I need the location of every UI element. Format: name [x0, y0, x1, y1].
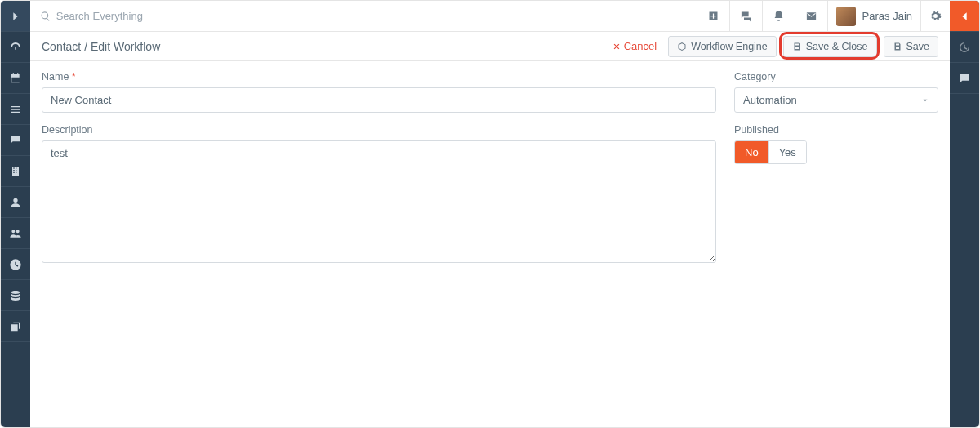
description-input[interactable]: test: [42, 140, 716, 263]
sidebar-users[interactable]: [1, 218, 30, 249]
main: Paras Jain Contact / Edit Workflow Cance…: [30, 1, 950, 427]
user-name: Paras Jain: [862, 10, 912, 22]
topbar-settings[interactable]: [920, 1, 950, 32]
calendar-icon: [9, 72, 22, 85]
right-sidebar-comments[interactable]: [950, 63, 979, 94]
workflow-engine-label: Workflow Engine: [691, 41, 768, 52]
save-close-label: Save & Close: [806, 41, 868, 52]
category-value: Automation: [743, 94, 797, 106]
sidebar-building[interactable]: [1, 156, 30, 187]
field-name: Name *: [42, 71, 716, 113]
copy-icon: [9, 320, 22, 333]
sidebar-dashboard[interactable]: [1, 32, 30, 63]
search-container: [30, 10, 697, 22]
name-input[interactable]: [42, 87, 716, 113]
subheader: Contact / Edit Workflow Cancel Workflow …: [30, 32, 950, 61]
action-bar: Cancel Workflow Engine Save & Close Save: [608, 36, 938, 57]
cube-icon: [677, 42, 687, 51]
category-select[interactable]: Automation: [734, 87, 938, 113]
search-icon: [40, 11, 51, 22]
topbar-user[interactable]: Paras Jain: [827, 1, 920, 32]
save-label: Save: [906, 41, 930, 52]
close-icon: [612, 42, 621, 51]
gear-icon: [929, 10, 942, 22]
field-category: Category Automation: [734, 71, 938, 113]
sidebar-left: [1, 1, 30, 427]
dashboard-icon: [9, 41, 22, 54]
published-toggle: No Yes: [734, 140, 807, 164]
published-no[interactable]: No: [735, 141, 768, 163]
sidebar-toggle[interactable]: [1, 1, 30, 32]
right-sidebar-activity[interactable]: [950, 32, 979, 63]
sidebar-clock-check[interactable]: [1, 249, 30, 280]
building-icon: [9, 165, 22, 178]
sidebar-list[interactable]: [1, 94, 30, 125]
save-icon: [792, 42, 802, 51]
save-icon: [893, 42, 902, 51]
field-description: Description test: [42, 124, 716, 265]
plus-square-icon: [707, 10, 719, 22]
breadcrumb: Contact / Edit Workflow: [42, 40, 608, 53]
category-label: Category: [734, 71, 938, 82]
right-sidebar-toggle[interactable]: [950, 1, 979, 32]
topbar-add[interactable]: [697, 1, 729, 32]
mail-icon: [805, 10, 817, 22]
topbar-messages[interactable]: [729, 1, 762, 32]
sidebar-chat[interactable]: [1, 125, 30, 156]
chevron-down-icon: [921, 96, 929, 105]
name-label: Name *: [42, 71, 716, 82]
activity-clock-icon: [958, 41, 971, 54]
sidebar-calendar[interactable]: [1, 63, 30, 94]
sidebar-right: [950, 1, 979, 427]
field-published: Published No Yes: [734, 124, 938, 164]
bell-icon: [773, 10, 785, 22]
cancel-label: Cancel: [624, 40, 657, 52]
topbar-notifications[interactable]: [762, 1, 795, 32]
save-close-button[interactable]: Save & Close: [783, 36, 877, 57]
workflow-engine-button[interactable]: Workflow Engine: [668, 36, 777, 57]
users-icon: [9, 227, 22, 240]
comment-icon: [958, 72, 971, 85]
clock-icon: [9, 258, 22, 271]
database-icon: [9, 289, 22, 302]
save-button[interactable]: Save: [884, 36, 939, 57]
topbar-icons: Paras Jain: [697, 1, 950, 32]
avatar: [836, 7, 856, 26]
sidebar-user[interactable]: [1, 187, 30, 218]
cancel-button[interactable]: Cancel: [608, 40, 662, 52]
published-yes[interactable]: Yes: [768, 141, 806, 163]
published-label: Published: [734, 124, 938, 136]
chevron-left-icon: [958, 10, 971, 23]
topbar: Paras Jain: [30, 1, 950, 32]
form-right: Category Automation Published No Yes: [734, 71, 938, 417]
chevron-right-icon: [9, 10, 22, 23]
topbar-mail[interactable]: [795, 1, 827, 32]
chat-icon: [9, 134, 22, 147]
user-icon: [9, 196, 22, 209]
messages-icon: [740, 10, 752, 22]
sidebar-database[interactable]: [1, 280, 30, 311]
list-icon: [9, 103, 22, 116]
sidebar-copy[interactable]: [1, 311, 30, 342]
description-label: Description: [42, 124, 716, 136]
search-input[interactable]: [56, 10, 687, 22]
form-left: Name * Description test: [42, 71, 716, 417]
content: Name * Description test Category Automat…: [30, 61, 950, 427]
